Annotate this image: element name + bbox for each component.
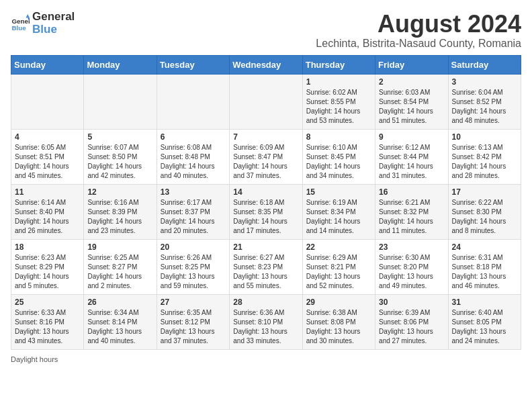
header-tuesday: Tuesday (157, 55, 229, 74)
logo-general: General (32, 11, 75, 24)
day-info: Sunrise: 6:14 AM Sunset: 8:40 PM Dayligh… (15, 198, 80, 236)
day-info: Sunrise: 6:08 AM Sunset: 8:48 PM Dayligh… (161, 143, 226, 181)
day-info: Sunrise: 6:34 AM Sunset: 8:14 PM Dayligh… (87, 308, 152, 346)
calendar-day-cell: 30Sunrise: 6:39 AM Sunset: 8:06 PM Dayli… (375, 294, 448, 349)
calendar-day-cell: 23Sunrise: 6:30 AM Sunset: 8:20 PM Dayli… (375, 239, 448, 294)
day-number: 12 (87, 187, 152, 197)
calendar-day-cell: 6Sunrise: 6:08 AM Sunset: 8:48 PM Daylig… (157, 129, 229, 184)
page-title: August 2024 (316, 11, 521, 38)
calendar-day-cell: 28Sunrise: 6:36 AM Sunset: 8:10 PM Dayli… (230, 294, 302, 349)
calendar-day-cell: 24Sunrise: 6:31 AM Sunset: 8:18 PM Dayli… (448, 239, 521, 294)
calendar-day-cell: 29Sunrise: 6:38 AM Sunset: 8:08 PM Dayli… (302, 294, 375, 349)
logo-icon: General Blue (11, 14, 30, 33)
calendar-day-cell (84, 74, 157, 129)
header-thursday: Thursday (302, 55, 375, 74)
day-number: 21 (233, 242, 298, 252)
header-sunday: Sunday (11, 55, 84, 74)
calendar-day-cell (157, 74, 229, 129)
day-number: 25 (15, 298, 80, 307)
day-info: Sunrise: 6:31 AM Sunset: 8:18 PM Dayligh… (452, 253, 517, 291)
day-info: Sunrise: 6:18 AM Sunset: 8:35 PM Dayligh… (233, 198, 298, 236)
day-number: 3 (452, 77, 517, 87)
calendar-day-cell: 8Sunrise: 6:10 AM Sunset: 8:45 PM Daylig… (302, 129, 375, 184)
day-info: Sunrise: 6:25 AM Sunset: 8:27 PM Dayligh… (87, 253, 152, 291)
day-info: Sunrise: 6:10 AM Sunset: 8:45 PM Dayligh… (306, 143, 371, 181)
calendar-day-cell: 3Sunrise: 6:04 AM Sunset: 8:52 PM Daylig… (448, 74, 521, 129)
day-number: 27 (161, 298, 226, 307)
day-number: 28 (233, 298, 298, 307)
calendar-day-cell: 27Sunrise: 6:35 AM Sunset: 8:12 PM Dayli… (157, 294, 229, 349)
day-info: Sunrise: 6:13 AM Sunset: 8:42 PM Dayligh… (452, 143, 517, 181)
day-info: Sunrise: 6:07 AM Sunset: 8:50 PM Dayligh… (87, 143, 152, 181)
day-info: Sunrise: 6:22 AM Sunset: 8:30 PM Dayligh… (452, 198, 517, 236)
calendar-day-cell: 5Sunrise: 6:07 AM Sunset: 8:50 PM Daylig… (84, 129, 157, 184)
day-number: 6 (161, 132, 226, 142)
day-info: Sunrise: 6:36 AM Sunset: 8:10 PM Dayligh… (233, 308, 298, 346)
day-number: 10 (452, 132, 517, 142)
day-number: 16 (379, 187, 444, 197)
day-info: Sunrise: 6:26 AM Sunset: 8:25 PM Dayligh… (161, 253, 226, 291)
calendar-week-row: 18Sunrise: 6:23 AM Sunset: 8:29 PM Dayli… (11, 239, 521, 294)
calendar-week-row: 11Sunrise: 6:14 AM Sunset: 8:40 PM Dayli… (11, 184, 521, 239)
calendar-day-cell: 25Sunrise: 6:33 AM Sunset: 8:16 PM Dayli… (11, 294, 84, 349)
day-number: 17 (452, 187, 517, 197)
day-info: Sunrise: 6:30 AM Sunset: 8:20 PM Dayligh… (379, 253, 444, 291)
day-number: 9 (379, 132, 444, 142)
calendar-day-cell: 26Sunrise: 6:34 AM Sunset: 8:14 PM Dayli… (84, 294, 157, 349)
calendar-day-cell: 4Sunrise: 6:05 AM Sunset: 8:51 PM Daylig… (11, 129, 84, 184)
calendar-week-row: 1Sunrise: 6:02 AM Sunset: 8:55 PM Daylig… (11, 74, 521, 129)
day-number: 4 (15, 132, 80, 142)
calendar-day-cell: 16Sunrise: 6:21 AM Sunset: 8:32 PM Dayli… (375, 184, 448, 239)
calendar-day-cell: 10Sunrise: 6:13 AM Sunset: 8:42 PM Dayli… (448, 129, 521, 184)
calendar-day-cell: 9Sunrise: 6:12 AM Sunset: 8:44 PM Daylig… (375, 129, 448, 184)
day-number: 30 (379, 298, 444, 307)
day-info: Sunrise: 6:35 AM Sunset: 8:12 PM Dayligh… (161, 308, 226, 346)
page-header: General Blue General Blue August 2024 Le… (11, 11, 521, 50)
day-number: 8 (306, 132, 371, 142)
header-monday: Monday (84, 55, 157, 74)
calendar-day-cell: 11Sunrise: 6:14 AM Sunset: 8:40 PM Dayli… (11, 184, 84, 239)
title-block: August 2024 Lechinta, Bistrita-Nasaud Co… (316, 11, 521, 50)
calendar-header-row: SundayMondayTuesdayWednesdayThursdayFrid… (11, 55, 521, 74)
day-number: 19 (87, 242, 152, 252)
calendar-day-cell: 12Sunrise: 6:16 AM Sunset: 8:39 PM Dayli… (84, 184, 157, 239)
calendar-day-cell: 22Sunrise: 6:29 AM Sunset: 8:21 PM Dayli… (302, 239, 375, 294)
day-number: 31 (452, 298, 517, 307)
day-number: 15 (306, 187, 371, 197)
day-number: 2 (379, 77, 444, 87)
header-wednesday: Wednesday (230, 55, 302, 74)
header-friday: Friday (375, 55, 448, 74)
calendar-day-cell: 19Sunrise: 6:25 AM Sunset: 8:27 PM Dayli… (84, 239, 157, 294)
logo-blue: Blue (32, 24, 75, 36)
calendar-day-cell: 2Sunrise: 6:03 AM Sunset: 8:54 PM Daylig… (375, 74, 448, 129)
day-number: 23 (379, 242, 444, 252)
day-number: 7 (233, 132, 298, 142)
day-number: 29 (306, 298, 371, 307)
day-number: 24 (452, 242, 517, 252)
calendar-day-cell (11, 74, 84, 129)
calendar-day-cell: 20Sunrise: 6:26 AM Sunset: 8:25 PM Dayli… (157, 239, 229, 294)
calendar-week-row: 4Sunrise: 6:05 AM Sunset: 8:51 PM Daylig… (11, 129, 521, 184)
calendar-day-cell: 18Sunrise: 6:23 AM Sunset: 8:29 PM Dayli… (11, 239, 84, 294)
day-info: Sunrise: 6:03 AM Sunset: 8:54 PM Dayligh… (379, 88, 444, 126)
day-info: Sunrise: 6:21 AM Sunset: 8:32 PM Dayligh… (379, 198, 444, 236)
day-number: 22 (306, 242, 371, 252)
svg-text:Blue: Blue (11, 24, 26, 31)
calendar-day-cell: 17Sunrise: 6:22 AM Sunset: 8:30 PM Dayli… (448, 184, 521, 239)
day-number: 11 (15, 187, 80, 197)
day-info: Sunrise: 6:23 AM Sunset: 8:29 PM Dayligh… (15, 253, 80, 291)
calendar-day-cell: 21Sunrise: 6:27 AM Sunset: 8:23 PM Dayli… (230, 239, 302, 294)
day-info: Sunrise: 6:16 AM Sunset: 8:39 PM Dayligh… (87, 198, 152, 236)
calendar-day-cell: 7Sunrise: 6:09 AM Sunset: 8:47 PM Daylig… (230, 129, 302, 184)
legend: Daylight hours (11, 355, 521, 363)
day-number: 1 (306, 77, 371, 87)
day-number: 18 (15, 242, 80, 252)
day-number: 14 (233, 187, 298, 197)
calendar-day-cell: 1Sunrise: 6:02 AM Sunset: 8:55 PM Daylig… (302, 74, 375, 129)
day-info: Sunrise: 6:17 AM Sunset: 8:37 PM Dayligh… (161, 198, 226, 236)
day-info: Sunrise: 6:09 AM Sunset: 8:47 PM Dayligh… (233, 143, 298, 181)
calendar-day-cell: 13Sunrise: 6:17 AM Sunset: 8:37 PM Dayli… (157, 184, 229, 239)
day-number: 13 (161, 187, 226, 197)
day-info: Sunrise: 6:39 AM Sunset: 8:06 PM Dayligh… (379, 308, 444, 346)
logo: General Blue General Blue (11, 11, 75, 36)
